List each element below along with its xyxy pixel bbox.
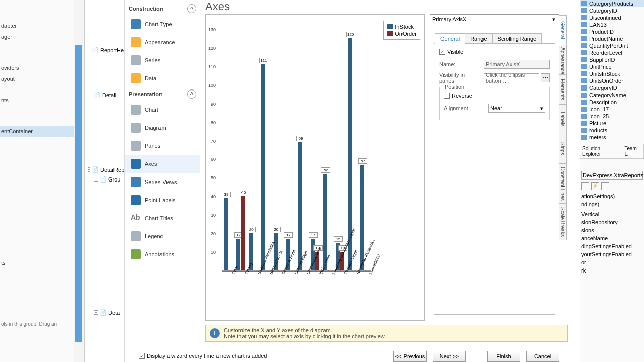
reverse-checkbox[interactable]: Reverse — [444, 93, 545, 99]
field-list-item[interactable]: ProductID — [580, 28, 644, 35]
events-icon[interactable] — [601, 182, 609, 190]
sidebar-item-chart-titles[interactable]: AbChart Titles — [125, 209, 200, 227]
field-list-item[interactable]: CategoryProducts — [580, 0, 644, 7]
property-tabs: General Range Scrolling Range — [435, 33, 541, 44]
chart-preview[interactable]: InStock OnOrder 102030405060708090100110… — [205, 14, 425, 321]
display-wizard-checkbox[interactable]: ✓Display a wizard every time a new chart… — [139, 353, 267, 359]
field-list-item[interactable]: SupplierID — [580, 56, 644, 63]
tree-node[interactable]: -📄Deta — [87, 308, 124, 317]
section-presentation: Presentation^ — [125, 87, 200, 101]
vtab-appearance[interactable]: Appearance — [559, 45, 567, 75]
alignment-select[interactable]: Near▾ — [488, 104, 545, 113]
axis-selector[interactable]: Primary AxisX▾ — [430, 14, 559, 24]
sidebar-item-point-labels[interactable]: Point Labels — [125, 191, 200, 209]
y-axis: 102030405060708090100110120130 — [206, 30, 217, 271]
vtab-strips[interactable]: Strips — [559, 134, 567, 164]
visibility-panes-field[interactable]: Click the ellipsis button… — [484, 73, 539, 82]
property-row[interactable]: or — [581, 258, 643, 266]
field-list-item[interactable]: Icon_25 — [580, 113, 644, 120]
property-row[interactable]: ationSettings) — [581, 192, 643, 200]
field-list-item[interactable]: meters — [580, 134, 644, 141]
field-list-item[interactable]: Discontinued — [580, 14, 644, 21]
property-row[interactable]: Vertical — [581, 210, 643, 218]
ellipsis-button[interactable]: ⋯ — [541, 73, 550, 82]
finish-button[interactable]: Finish — [487, 351, 520, 362]
toolbox-item[interactable]: oviders — [0, 62, 74, 73]
page-title: Axes — [205, 0, 230, 13]
hint-bar: i Customize the X and Y axes of the diag… — [205, 325, 568, 342]
property-row[interactable]: rk — [581, 266, 643, 275]
field-list-item[interactable]: roducts — [580, 127, 644, 134]
field-list-item[interactable]: UnitsOnOrder — [580, 77, 644, 84]
name-field[interactable]: Primary AxisX — [484, 60, 550, 69]
vtab-elements[interactable]: Elements — [559, 74, 567, 105]
field-list-item[interactable]: UnitPrice — [580, 63, 644, 70]
sidebar-item-chart[interactable]: Chart — [125, 101, 200, 119]
sidebar-item-diagram[interactable]: Diagram — [125, 119, 200, 137]
sidebar-item-appearance[interactable]: Appearance — [125, 33, 200, 51]
visible-checkbox[interactable]: ✓Visible — [439, 49, 550, 55]
field-list-item[interactable]: Picture — [580, 120, 644, 127]
tree-node[interactable]: -📄Detail — [87, 90, 124, 100]
object-type: DevExpress.XtraReports.UI. — [581, 171, 643, 180]
sidebar-item-legend[interactable]: Legend — [125, 227, 200, 245]
tab-range[interactable]: Range — [465, 33, 492, 44]
toolbox-item[interactable]: ts — [0, 257, 74, 268]
toolbox-item[interactable]: ayout — [0, 73, 74, 84]
sidebar-item-axes[interactable]: Axes — [125, 155, 200, 173]
sidebar-item-chart-type[interactable]: Chart Type — [125, 15, 200, 33]
collapse-icon[interactable]: ^ — [187, 89, 196, 99]
chevron-down-icon: ▾ — [550, 16, 557, 23]
sidebar-item-annotations[interactable]: Annotations — [125, 245, 200, 263]
tab-team-explorer[interactable]: Team E — [622, 144, 644, 158]
field-list-item[interactable]: CategoryName — [580, 92, 644, 99]
field-list-item[interactable]: CategoryID — [580, 7, 644, 14]
field-list-item[interactable]: UnitsInStock — [580, 70, 644, 77]
design-tree: -📄ReportHe -📄Detail -📄DetailRep -📄Grou -… — [87, 0, 125, 362]
left-toolbox: dapter ager oviders ayout nts entContain… — [0, 0, 74, 362]
property-row[interactable]: sions — [581, 226, 643, 234]
sidebar-item-series[interactable]: Series — [125, 51, 200, 69]
field-list-item[interactable]: EAN13 — [580, 21, 644, 28]
right-tabs: Solution Explorer Team E — [580, 144, 644, 159]
collapse-icon[interactable]: ^ — [187, 4, 196, 13]
toolbox-item[interactable]: nts — [0, 95, 74, 106]
tab-scrolling-range[interactable]: Scrolling Range — [492, 33, 542, 44]
field-list-item[interactable]: Description — [580, 99, 644, 106]
toolbox-hint: ols in this group. Drag an — [0, 319, 74, 329]
property-row[interactable]: youtSettingsEnabled — [581, 250, 643, 258]
sidebar-item-data[interactable]: Data — [125, 69, 200, 87]
ruler-selection — [75, 45, 82, 342]
toolbox-item[interactable]: ager — [0, 31, 74, 42]
field-list-tree: CategoryProductsCategoryIDDiscontinuedEA… — [580, 0, 644, 141]
cancel-button[interactable]: Cancel — [526, 351, 559, 362]
field-list-item[interactable]: CategoryID — [580, 84, 644, 92]
field-list-item[interactable]: Icon_17 — [580, 106, 644, 113]
field-list-item[interactable]: QuantityPerUnit — [580, 42, 644, 49]
field-list-item[interactable]: ReorderLevel — [580, 49, 644, 56]
vtab-constant-lines[interactable]: Constant Lines — [559, 163, 567, 204]
property-row[interactable]: sionRepository — [581, 218, 643, 226]
next-button[interactable]: Next >> — [433, 351, 466, 362]
property-row[interactable]: ndings) — [581, 200, 643, 208]
categorized-icon[interactable] — [581, 182, 589, 190]
sidebar-item-panes[interactable]: Panes — [125, 137, 200, 155]
vtab-labels[interactable]: Labels — [559, 104, 567, 134]
tab-general[interactable]: General — [435, 33, 465, 44]
vtab-scale-breaks[interactable]: Scale Breaks — [559, 203, 567, 240]
toolbox-item[interactable]: dapter — [0, 20, 74, 31]
tab-solution-explorer[interactable]: Solution Explorer — [580, 144, 622, 158]
field-list-item[interactable]: ProductName — [580, 35, 644, 42]
toolbox-item[interactable]: entContainer — [0, 126, 74, 137]
wizard-sidebar: Construction^ Chart Type Appearance Seri… — [125, 0, 200, 342]
tree-node[interactable]: -📄ReportHe — [87, 45, 124, 55]
alphabetical-icon[interactable]: ⚡ — [591, 182, 599, 190]
previous-button[interactable]: << Previous — [393, 351, 427, 362]
sidebar-item-series-views[interactable]: Series Views — [125, 173, 200, 191]
tree-node[interactable]: -📄Grou — [87, 174, 124, 184]
property-row[interactable]: dingSettingsEnabled — [581, 242, 643, 250]
plot-area[interactable]: 102030405060708090100110120130 391740201… — [217, 30, 371, 271]
property-row[interactable]: anceName — [581, 234, 643, 242]
vtab-general[interactable]: General — [559, 15, 567, 45]
tree-node[interactable]: -📄DetailRep — [87, 165, 124, 174]
